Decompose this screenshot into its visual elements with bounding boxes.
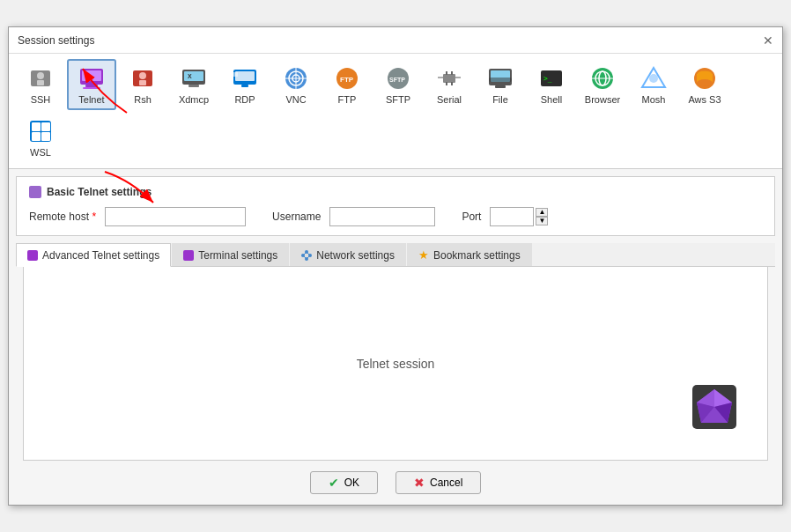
session-icon-vnc[interactable]: VNC	[271, 59, 321, 110]
svg-rect-28	[443, 74, 455, 83]
svg-point-1	[37, 72, 44, 79]
svg-point-46	[649, 74, 658, 83]
tab-terminal-icon	[183, 250, 194, 261]
xdmcp-icon: X	[180, 64, 208, 92]
tabs-bar: Advanced Telnet settings Terminal settin…	[16, 243, 775, 267]
serial-icon	[435, 64, 463, 92]
awss3-label: Aws S3	[688, 94, 721, 105]
session-icon-rdp[interactable]: RDP	[220, 59, 270, 110]
session-icon-wsl[interactable]: WSL	[16, 112, 65, 163]
username-input[interactable]	[329, 207, 435, 226]
session-icon-rsh[interactable]: Rsh	[118, 59, 167, 110]
svg-rect-30	[451, 71, 453, 75]
svg-rect-16	[235, 71, 255, 81]
svg-line-61	[303, 252, 307, 255]
svg-rect-37	[489, 78, 512, 82]
tab-network-label: Network settings	[316, 249, 395, 262]
tab-content-area: Telnet session	[23, 267, 768, 461]
sftp-label: SFTP	[386, 94, 410, 105]
awss3-icon	[691, 64, 719, 92]
port-up-button[interactable]: ▲	[536, 208, 548, 217]
telnet-label: Telnet	[78, 94, 104, 105]
ssh-icon	[26, 64, 55, 92]
svg-line-62	[307, 252, 310, 255]
ok-label: OK	[344, 477, 359, 489]
session-icon-ssh[interactable]: SSH	[16, 59, 65, 110]
svg-rect-14	[189, 85, 199, 87]
ftp-icon: FTP	[333, 64, 361, 92]
session-icon-serial[interactable]: Serial	[425, 59, 474, 110]
svg-rect-5	[85, 85, 98, 87]
telnet-gem-icon	[688, 381, 741, 433]
session-type-bar: SSH >_ Telnet	[9, 54, 782, 169]
session-icon-sftp[interactable]: SFTP SFTP	[373, 59, 423, 110]
rdp-label: RDP	[234, 94, 255, 105]
session-icon-xdmcp[interactable]: X Xdmcp	[169, 59, 218, 110]
tab-bookmark-icon: ★	[418, 248, 429, 262]
remote-host-input[interactable]	[105, 207, 246, 226]
svg-point-9	[139, 72, 146, 79]
session-icon-browser[interactable]: Browser	[578, 59, 627, 110]
tab-terminal[interactable]: Terminal settings	[172, 243, 289, 266]
svg-text:>_: >_	[85, 73, 93, 80]
cancel-button[interactable]: ✖ Cancel	[396, 471, 481, 494]
port-down-button[interactable]: ▼	[536, 217, 548, 225]
svg-point-51	[697, 79, 713, 86]
svg-rect-31	[446, 82, 447, 85]
svg-line-64	[303, 255, 307, 259]
port-label: Port	[462, 211, 481, 223]
svg-rect-29	[446, 71, 447, 75]
ok-icon: ✔	[329, 476, 339, 490]
titlebar: Session settings ✕	[9, 27, 782, 54]
session-icon-ftp[interactable]: FTP FTP	[322, 59, 372, 110]
svg-rect-32	[451, 82, 453, 85]
svg-rect-6	[83, 87, 100, 89]
session-icon-mosh[interactable]: Mosh	[629, 59, 678, 110]
file-icon	[486, 64, 514, 92]
svg-rect-33	[438, 77, 443, 78]
file-label: File	[492, 94, 508, 105]
cancel-label: Cancel	[430, 477, 462, 489]
close-button[interactable]: ✕	[763, 34, 773, 47]
footer: ✔ OK ✖ Cancel	[9, 461, 782, 505]
vnc-label: VNC	[285, 94, 306, 105]
svg-rect-54	[41, 122, 50, 131]
session-icon-shell[interactable]: >_ Shell	[527, 59, 576, 110]
remote-host-label: Remote host *	[29, 211, 96, 223]
tab-advanced-icon	[27, 250, 38, 261]
browser-icon	[588, 64, 617, 92]
wsl-label: WSL	[30, 147, 51, 158]
browser-label: Browser	[585, 94, 620, 105]
session-settings-window: Session settings ✕ SSH	[8, 26, 783, 506]
ok-button[interactable]: ✔ OK	[310, 471, 378, 494]
tab-bookmark[interactable]: ★ Bookmark settings	[407, 243, 532, 266]
svg-rect-34	[455, 77, 461, 78]
ssh-label: SSH	[31, 94, 51, 105]
basic-settings-panel: Basic Telnet settings Remote host * User…	[16, 176, 775, 236]
xdmcp-label: Xdmcp	[179, 94, 209, 105]
window-title: Session settings	[18, 34, 94, 47]
tab-network[interactable]: Network settings	[290, 243, 406, 266]
rsh-icon	[129, 64, 157, 92]
port-input[interactable]: 23	[490, 207, 534, 226]
wsl-icon	[26, 117, 55, 145]
tab-terminal-label: Terminal settings	[198, 249, 277, 262]
svg-line-63	[307, 255, 310, 259]
session-label: Telnet session	[357, 357, 435, 371]
session-icon-file[interactable]: File	[476, 59, 525, 110]
session-icon-awss3[interactable]: Aws S3	[680, 59, 729, 110]
svg-rect-17	[233, 72, 238, 77]
shell-icon: >_	[537, 64, 566, 92]
session-icon-telnet[interactable]: >_ Telnet	[67, 59, 116, 110]
svg-text:SFTP: SFTP	[389, 77, 405, 83]
rdp-icon	[231, 64, 259, 92]
svg-text:>_: >_	[543, 75, 552, 83]
basic-settings-header: Basic Telnet settings	[29, 186, 762, 198]
required-marker: *	[92, 211, 96, 223]
mosh-label: Mosh	[642, 94, 666, 105]
tab-network-icon	[301, 250, 312, 261]
telnet-icon: >_	[78, 64, 106, 92]
tab-advanced-telnet[interactable]: Advanced Telnet settings	[16, 243, 171, 267]
mosh-icon	[639, 64, 668, 92]
sftp-icon: SFTP	[384, 64, 412, 92]
